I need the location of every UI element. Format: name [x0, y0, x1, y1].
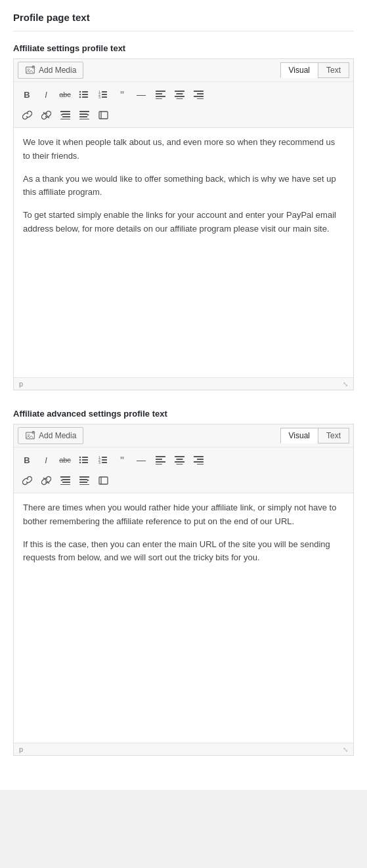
- svg-rect-63: [194, 456, 204, 457]
- hr-button-2[interactable]: —: [132, 451, 150, 468]
- tab-visual-2[interactable]: Visual: [280, 428, 318, 444]
- svg-rect-62: [176, 464, 183, 465]
- strikethrough-button-1[interactable]: abc: [56, 86, 74, 103]
- svg-rect-16: [156, 91, 165, 92]
- align-center-button-2[interactable]: [170, 451, 188, 468]
- svg-rect-11: [102, 91, 107, 93]
- svg-point-47: [79, 462, 81, 464]
- svg-point-4: [79, 91, 81, 93]
- editor1-content[interactable]: We love it when people talk about us, an…: [14, 128, 353, 377]
- editor1-topbar: + Add Media Visual Text: [14, 59, 353, 82]
- align-center-button-1[interactable]: [170, 86, 188, 103]
- blockquote-button-2[interactable]: ": [113, 451, 131, 468]
- svg-rect-20: [175, 91, 184, 92]
- align-right-button-1[interactable]: [189, 86, 207, 103]
- fullscreen-button-2[interactable]: [94, 472, 112, 489]
- editor1-para2: As a thank you we would like to offer so…: [23, 173, 344, 200]
- unlink-button-1[interactable]: [37, 106, 55, 123]
- align-left-button-1[interactable]: [151, 86, 169, 103]
- link-button-2[interactable]: [18, 472, 36, 489]
- align-right-button-2[interactable]: [189, 451, 207, 468]
- svg-text:3.: 3.: [98, 95, 101, 99]
- svg-rect-50: [102, 457, 107, 458]
- ul-button-2[interactable]: [75, 451, 93, 468]
- svg-rect-54: [102, 462, 107, 463]
- editor2-tag: p: [19, 745, 23, 753]
- svg-point-6: [79, 94, 81, 96]
- svg-rect-26: [194, 96, 204, 97]
- svg-rect-75: [79, 484, 89, 485]
- fullscreen-button-1[interactable]: [94, 106, 112, 123]
- ol-button-1[interactable]: 1.2.3.: [94, 86, 112, 103]
- align-left-button-2[interactable]: [151, 451, 169, 468]
- svg-rect-56: [156, 459, 162, 460]
- svg-rect-36: [79, 119, 89, 119]
- svg-rect-9: [82, 96, 88, 98]
- svg-rect-17: [156, 93, 162, 94]
- bold-button-2[interactable]: B: [18, 451, 36, 468]
- editor1-wrapper: + Add Media Visual Text B I abc: [13, 58, 354, 390]
- hr-button-1[interactable]: —: [132, 86, 150, 103]
- editor2-toolbar-row1: B I abc 1.2.3. " —: [18, 450, 349, 470]
- svg-point-40: [28, 434, 29, 436]
- svg-rect-52: [102, 459, 107, 461]
- indent-left-button-2[interactable]: [56, 472, 74, 489]
- section-affiliate-advanced: Affiliate advanced settings profile text…: [13, 409, 354, 756]
- svg-rect-74: [79, 482, 87, 483]
- svg-rect-37: [99, 112, 108, 119]
- indent-left-button-1[interactable]: [56, 106, 74, 123]
- add-media-button-1[interactable]: + Add Media: [18, 62, 83, 79]
- svg-rect-32: [60, 119, 70, 119]
- editor2-footer: p ⤡: [14, 743, 353, 755]
- bold-button-1[interactable]: B: [18, 86, 36, 103]
- add-media-label-2: Add Media: [39, 431, 76, 440]
- blockquote-button-1[interactable]: ": [113, 86, 131, 103]
- editor2-topbar: + Add Media Visual Text: [14, 424, 353, 447]
- svg-rect-58: [156, 464, 162, 465]
- editor1-para1: We love it when people talk about us, an…: [23, 136, 344, 163]
- svg-point-43: [79, 457, 81, 459]
- add-media-icon-2: +: [25, 430, 35, 441]
- svg-rect-31: [62, 116, 70, 117]
- ol-button-2[interactable]: 1.2.3.: [94, 451, 112, 468]
- svg-rect-27: [197, 98, 204, 99]
- link-button-1[interactable]: [18, 106, 36, 123]
- add-media-button-2[interactable]: + Add Media: [18, 427, 83, 444]
- svg-rect-18: [156, 96, 165, 97]
- italic-button-2[interactable]: I: [37, 451, 55, 468]
- strikethrough-button-2[interactable]: abc: [56, 451, 74, 468]
- svg-rect-66: [197, 464, 204, 465]
- ul-button-1[interactable]: [75, 86, 93, 103]
- editor1-tag: p: [19, 380, 23, 388]
- svg-rect-48: [82, 462, 88, 463]
- svg-rect-21: [176, 93, 183, 94]
- indent-right-button-2[interactable]: [75, 472, 93, 489]
- svg-rect-30: [62, 114, 70, 115]
- page-wrapper: Profile page text Affiliate settings pro…: [0, 0, 367, 790]
- editor1-resize[interactable]: ⤡: [343, 381, 348, 388]
- svg-rect-23: [176, 98, 183, 99]
- svg-point-45: [79, 459, 81, 461]
- editor1-toolbar: B I abc 1.2.3. " —: [14, 82, 353, 128]
- svg-rect-64: [197, 459, 204, 460]
- svg-rect-15: [102, 96, 107, 98]
- unlink-button-2[interactable]: [37, 472, 55, 489]
- svg-rect-44: [82, 457, 88, 458]
- svg-rect-76: [99, 477, 108, 484]
- indent-right-button-1[interactable]: [75, 106, 93, 123]
- svg-rect-70: [62, 482, 70, 483]
- tab-text-1[interactable]: Text: [318, 62, 349, 78]
- svg-rect-55: [156, 456, 165, 457]
- italic-button-1[interactable]: I: [37, 86, 55, 103]
- svg-point-1: [28, 69, 29, 70]
- svg-rect-5: [82, 91, 88, 93]
- tab-visual-1[interactable]: Visual: [280, 62, 318, 78]
- editor2-para2: If this is the case, then you can enter …: [23, 538, 344, 566]
- editor2-toolbar-row2: [18, 470, 349, 490]
- editor2-content[interactable]: There are times when you would rather hi…: [14, 493, 353, 743]
- svg-text:3.: 3.: [98, 461, 101, 465]
- svg-rect-13: [102, 94, 107, 95]
- tab-text-2[interactable]: Text: [318, 428, 349, 444]
- editor2-resize[interactable]: ⤡: [343, 746, 348, 753]
- editor2-toolbar: B I abc 1.2.3. " —: [14, 447, 353, 493]
